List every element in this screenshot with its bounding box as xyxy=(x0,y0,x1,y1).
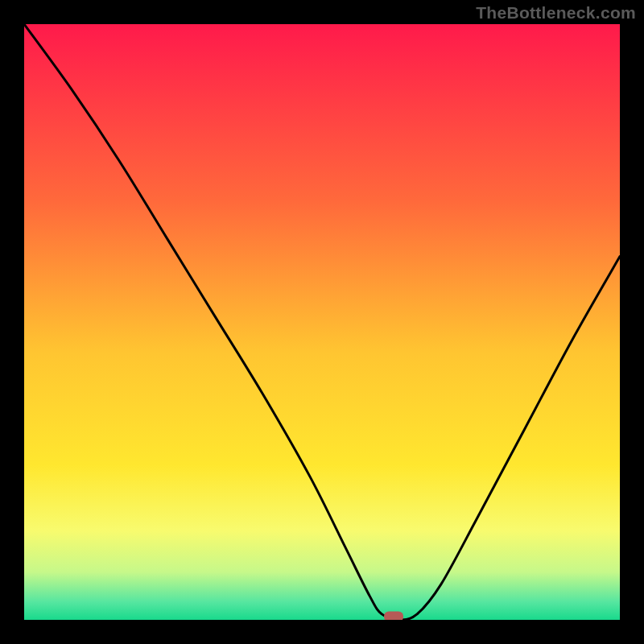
watermark-text: TheBottleneck.com xyxy=(476,3,636,23)
gradient-background xyxy=(24,24,620,620)
plot-area xyxy=(24,24,620,620)
minimum-marker xyxy=(384,612,403,620)
curve-line xyxy=(24,24,620,620)
chart-frame: TheBottleneck.com xyxy=(0,0,644,644)
svg-rect-0 xyxy=(24,24,620,620)
